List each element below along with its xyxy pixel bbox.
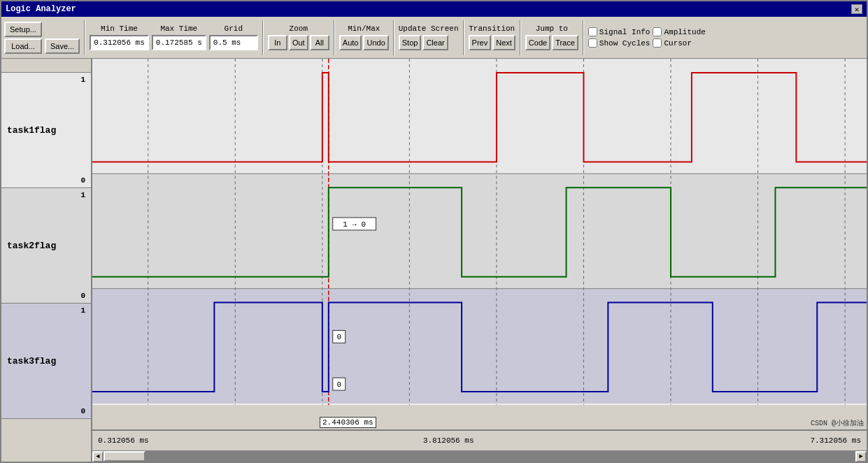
grid-label: Grid <box>209 24 258 33</box>
cursor-checkbox[interactable] <box>653 38 662 48</box>
transition-label: Transition <box>469 24 515 33</box>
scroll-right-button[interactable]: ► <box>855 451 867 462</box>
file-buttons: Setup... Load... <box>4 22 42 54</box>
svg-text:1 → 0: 1 → 0 <box>343 220 366 229</box>
show-cycles-checkbox[interactable] <box>588 38 597 48</box>
amplitude-label: Amplitude <box>664 28 705 36</box>
watermark-text: CSDN @小徐加油 <box>811 418 864 428</box>
task1flag-name: task1flag <box>7 125 56 136</box>
time-label-3: 7.312056 ms <box>810 436 861 445</box>
update-group: Update Screen Stop Clear <box>399 24 459 50</box>
zoom-in-button[interactable]: In <box>268 35 287 50</box>
svg-text:0: 0 <box>336 380 341 389</box>
time-axis: 0.312056 ms 3.812056 ms 7.312056 ms <box>92 429 867 450</box>
close-button[interactable]: ✕ <box>851 4 862 14</box>
task2-val-top: 1 <box>80 191 85 199</box>
minmax-group: Min/Max Auto Undo <box>339 24 389 50</box>
signal-label-task1flag: 1 task1flag 0 <box>1 73 91 188</box>
signal-label-header <box>1 59 91 73</box>
update-label: Update Screen <box>399 24 459 33</box>
undo-button[interactable]: Undo <box>363 35 388 50</box>
signal-info-row: Signal Info <box>588 27 650 36</box>
checkbox-group: Signal Info Show Cycles <box>588 27 650 48</box>
auto-button[interactable]: Auto <box>339 35 362 50</box>
signal-info-checkbox[interactable] <box>588 27 597 36</box>
min-time-value[interactable]: 0.312056 ms <box>90 35 149 50</box>
max-time-group: Max Time 0.172585 s <box>152 24 206 50</box>
prev-button[interactable]: Prev <box>469 35 492 50</box>
task3-val-bottom: 0 <box>80 407 85 415</box>
save-col: Save... <box>45 22 80 54</box>
code-button[interactable]: Code <box>525 35 550 50</box>
next-button[interactable]: Next <box>492 35 515 50</box>
load-button[interactable]: Load... <box>4 38 42 54</box>
zoom-all-button[interactable]: All <box>310 35 329 50</box>
svg-text:0: 0 <box>336 333 341 341</box>
transition-buttons: Prev Next <box>469 35 515 50</box>
cursor-time-label: 2.440306 ms <box>320 417 376 428</box>
divider-5 <box>463 20 464 55</box>
scroll-thumb[interactable] <box>104 451 145 462</box>
horizontal-scrollbar[interactable]: ◄ ► <box>92 450 867 462</box>
divider-1 <box>84 20 85 55</box>
jump-group: Jump to Code Trace <box>525 24 578 50</box>
waveform-display[interactable]: 1 → 0 0 0 2.440306 ms CSDN @小徐加油 0.31205… <box>92 59 867 462</box>
zoom-buttons: In Out All <box>268 35 329 50</box>
amplitude-row: Amplitude <box>653 27 705 36</box>
show-cycles-label: Show Cycles <box>599 39 650 48</box>
task2-val-bottom: 0 <box>80 292 85 300</box>
scroll-track[interactable] <box>104 451 855 462</box>
divider-2 <box>262 20 264 55</box>
signal-info-label: Signal Info <box>599 28 650 36</box>
cursor-label: Cursor <box>664 39 692 48</box>
minmax-label: Min/Max <box>339 24 389 33</box>
zoom-group: Zoom In Out All <box>268 24 329 50</box>
divider-3 <box>334 20 335 55</box>
task2flag-name: task2flag <box>7 241 56 251</box>
signal-label-task2flag: 1 task2flag 0 <box>1 188 91 304</box>
trace-button[interactable]: Trace <box>552 35 578 50</box>
task1-val-bottom: 0 <box>80 176 85 185</box>
checkbox-group-2: Amplitude Cursor <box>653 27 705 48</box>
show-cycles-row: Show Cycles <box>588 38 650 48</box>
zoom-out-button[interactable]: Out <box>289 35 308 50</box>
jump-label: Jump to <box>525 24 578 33</box>
update-buttons: Stop Clear <box>399 35 459 50</box>
grid-value[interactable]: 0.5 ms <box>209 35 258 50</box>
title-bar: Logic Analyzer ✕ <box>1 1 867 17</box>
waveform-canvas[interactable]: 1 → 0 0 0 2.440306 ms CSDN @小徐加油 <box>92 59 867 429</box>
logic-analyzer-window: Logic Analyzer ✕ Setup... Load... Save..… <box>0 0 868 463</box>
toolbar: Setup... Load... Save... Min Time 0.3120… <box>1 17 867 59</box>
zoom-label: Zoom <box>268 24 329 33</box>
setup-button[interactable]: Setup... <box>4 22 42 37</box>
main-area: 1 task1flag 0 1 task2flag 0 1 task3flag … <box>1 59 867 462</box>
svg-rect-1 <box>92 173 867 288</box>
window-title: Logic Analyzer <box>6 4 76 14</box>
time-label-0: 0.312056 ms <box>98 436 149 445</box>
stop-button[interactable]: Stop <box>399 35 422 50</box>
minmax-buttons: Auto Undo <box>339 35 389 50</box>
signal-label-task3flag: 1 task3flag 0 <box>1 304 91 419</box>
max-time-value[interactable]: 0.172585 s <box>152 35 206 50</box>
divider-6 <box>520 20 521 55</box>
divider-7 <box>583 20 584 55</box>
jump-buttons: Code Trace <box>525 35 578 50</box>
min-time-group: Min Time 0.312056 ms <box>90 24 149 50</box>
task3-val-top: 1 <box>80 306 85 315</box>
transition-group: Transition Prev Next <box>469 24 515 50</box>
svg-rect-2 <box>92 289 867 404</box>
cursor-row: Cursor <box>653 38 705 48</box>
clear-button[interactable]: Clear <box>422 35 448 50</box>
divider-4 <box>393 20 394 55</box>
svg-rect-0 <box>92 59 867 173</box>
waveform-svg: 1 → 0 0 0 <box>92 59 867 405</box>
signal-labels-panel: 1 task1flag 0 1 task2flag 0 1 task3flag … <box>1 59 92 462</box>
max-time-label: Max Time <box>152 24 206 33</box>
time-label-2: 3.812056 ms <box>423 436 474 445</box>
save-button[interactable]: Save... <box>45 38 80 54</box>
grid-group: Grid 0.5 ms <box>209 24 258 50</box>
min-time-label: Min Time <box>90 24 149 33</box>
amplitude-checkbox[interactable] <box>653 27 662 36</box>
task1-val-top: 1 <box>80 76 85 84</box>
scroll-left-button[interactable]: ◄ <box>92 451 104 462</box>
